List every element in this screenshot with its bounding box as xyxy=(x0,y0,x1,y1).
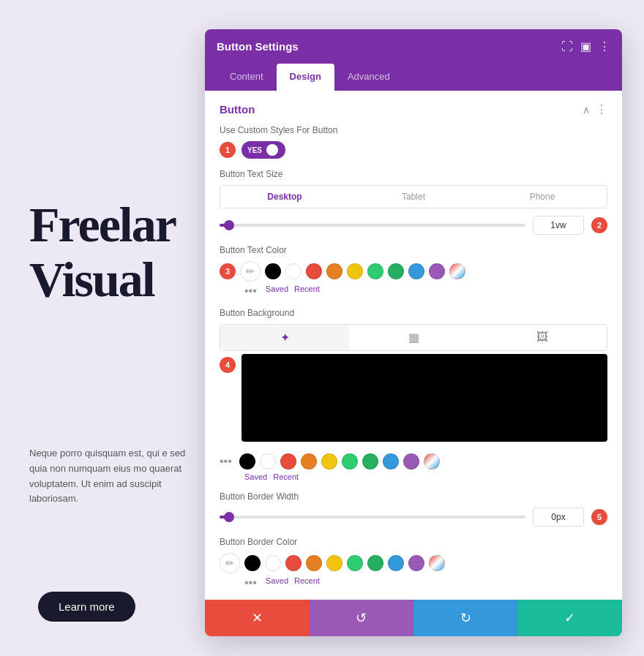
border-swatch-blue[interactable] xyxy=(388,555,404,571)
bg-color-swatches: ••• xyxy=(220,453,607,470)
bg-color-tab[interactable]: ✦ xyxy=(220,325,349,350)
save-button[interactable]: ✓ xyxy=(518,600,623,636)
columns-icon[interactable]: ▣ xyxy=(580,39,591,53)
color-meta-border: ••• Saved Recent xyxy=(244,576,607,589)
section-title: Button xyxy=(220,103,255,116)
border-swatch-black[interactable] xyxy=(244,555,261,571)
swatch-white[interactable] xyxy=(285,263,302,279)
bg-saved-link[interactable]: Saved xyxy=(244,472,267,481)
border-width-setting: Button Border Width 5 xyxy=(220,491,607,527)
learn-more-button[interactable]: Learn more xyxy=(38,592,135,622)
color-meta-bg: Saved Recent xyxy=(244,472,607,481)
border-swatch-yellow[interactable] xyxy=(326,555,342,571)
hero-text: FreelarVisual xyxy=(29,197,176,307)
swatch-darkgreen[interactable] xyxy=(388,263,404,279)
border-width-slider[interactable] xyxy=(220,516,525,519)
custom-styles-toggle[interactable]: YES xyxy=(242,141,285,159)
border-width-slider-row: 5 xyxy=(220,508,607,527)
border-color-label: Button Border Color xyxy=(220,537,607,547)
button-settings-panel: Button Settings ⛶ ▣ ⋮ Content Design Adv… xyxy=(205,29,622,636)
device-tab-tablet[interactable]: Tablet xyxy=(349,186,478,208)
text-size-input[interactable] xyxy=(533,216,584,235)
more-icon[interactable]: ⋮ xyxy=(599,39,610,53)
swatch-blue[interactable] xyxy=(408,263,424,279)
bg-swatch-white[interactable] xyxy=(260,453,276,470)
tab-advanced[interactable]: Advanced xyxy=(334,64,403,91)
color-preview-area[interactable] xyxy=(242,354,607,442)
bg-label: Button Background xyxy=(220,308,607,318)
tab-content[interactable]: Content xyxy=(217,64,277,91)
panel-footer: ✕ ↺ ↻ ✓ xyxy=(205,600,622,636)
border-swatch-orange[interactable] xyxy=(306,555,322,571)
bg-image-tab[interactable]: 🖼 xyxy=(478,325,607,350)
device-tab-desktop[interactable]: Desktop xyxy=(220,186,349,208)
section-more-icon[interactable]: ⋮ xyxy=(596,102,607,116)
panel-title: Button Settings xyxy=(217,40,299,53)
swatch-black[interactable] xyxy=(265,263,281,279)
border-saved-link[interactable]: Saved xyxy=(266,576,288,589)
border-swatch-white[interactable] xyxy=(265,555,281,571)
swatch-red[interactable] xyxy=(306,263,322,279)
swatch-purple[interactable] xyxy=(429,263,445,279)
badge-3: 3 xyxy=(220,263,236,279)
panel-body: Button ∧ ⋮ Use Custom Styles For Button … xyxy=(205,91,622,600)
bg-swatch-darkgreen[interactable] xyxy=(362,453,378,470)
bg-type-tabs: ✦ ▦ 🖼 xyxy=(220,324,607,351)
device-tabs: Desktop Tablet Phone xyxy=(220,185,607,208)
body-text: Neque porro quisquam est, qui e sed quia… xyxy=(29,446,205,507)
swatch-orange[interactable] xyxy=(326,263,342,279)
text-size-slider[interactable] xyxy=(220,224,525,227)
color-picker-icon-text[interactable]: ✏ xyxy=(240,261,261,282)
swatch-yellow[interactable] xyxy=(347,263,363,279)
bg-swatch-blue[interactable] xyxy=(383,453,399,470)
badge-5: 5 xyxy=(591,509,607,525)
bg-swatch-yellow[interactable] xyxy=(321,453,337,470)
saved-link[interactable]: Saved xyxy=(266,284,288,298)
border-width-input[interactable] xyxy=(533,508,584,527)
reset-button[interactable]: ↺ xyxy=(310,600,414,636)
border-swatch-purple[interactable] xyxy=(408,555,424,571)
more-border-colors-icon[interactable]: ••• xyxy=(244,576,257,589)
bg-swatch-green[interactable] xyxy=(342,453,358,470)
bg-swatch-black[interactable] xyxy=(239,453,255,470)
swatch-gradient[interactable] xyxy=(449,263,465,279)
panel-tabs: Content Design Advanced xyxy=(205,64,622,91)
text-color-setting: Button Text Color 3 ✏ ••• xyxy=(220,245,607,298)
tab-design[interactable]: Design xyxy=(277,64,334,91)
section-controls: ∧ ⋮ xyxy=(583,102,607,116)
bg-gradient-tab[interactable]: ▦ xyxy=(349,325,478,350)
bg-swatch-red[interactable] xyxy=(280,453,296,470)
more-bg-colors-icon[interactable]: ••• xyxy=(220,455,232,468)
device-tab-phone[interactable]: Phone xyxy=(478,186,607,208)
custom-styles-setting: Use Custom Styles For Button 1 YES xyxy=(220,125,607,159)
redo-button[interactable]: ↻ xyxy=(413,600,518,636)
custom-styles-label: Use Custom Styles For Button xyxy=(220,125,607,135)
bg-swatch-orange[interactable] xyxy=(301,453,317,470)
recent-link[interactable]: Recent xyxy=(294,284,320,298)
border-swatch-red[interactable] xyxy=(285,555,302,571)
badge-2: 2 xyxy=(591,217,607,233)
collapse-icon[interactable]: ∧ xyxy=(583,104,590,116)
bg-recent-link[interactable]: Recent xyxy=(273,472,299,481)
fullscreen-icon[interactable]: ⛶ xyxy=(561,40,573,53)
border-swatch-darkgreen[interactable] xyxy=(367,555,383,571)
swatch-green[interactable] xyxy=(367,263,383,279)
color-picker-icon-border[interactable]: ✏ xyxy=(220,553,240,573)
border-color-setting: Button Border Color ✏ ••• Saved xyxy=(220,537,607,589)
border-recent-link[interactable]: Recent xyxy=(294,576,320,589)
border-swatch-green[interactable] xyxy=(347,555,363,571)
text-size-setting: Button Text Size Desktop Tablet Phone 2 xyxy=(220,169,607,235)
panel-header-icons: ⛶ ▣ ⋮ xyxy=(561,39,610,53)
toggle-knob xyxy=(266,144,278,156)
border-swatch-gradient[interactable] xyxy=(429,555,445,571)
panel-header: Button Settings ⛶ ▣ ⋮ xyxy=(205,29,622,64)
text-color-label: Button Text Color xyxy=(220,245,607,255)
bg-preview-row: 4 xyxy=(220,354,607,448)
badge-1: 1 xyxy=(220,142,236,158)
cancel-button[interactable]: ✕ xyxy=(205,600,310,636)
border-color-swatches: ✏ xyxy=(220,553,607,573)
more-colors-icon[interactable]: ••• xyxy=(244,284,257,298)
bg-swatch-gradient[interactable] xyxy=(424,453,440,470)
bg-setting: Button Background ✦ ▦ 🖼 4 ••• xyxy=(220,308,607,481)
bg-swatch-purple[interactable] xyxy=(403,453,419,470)
